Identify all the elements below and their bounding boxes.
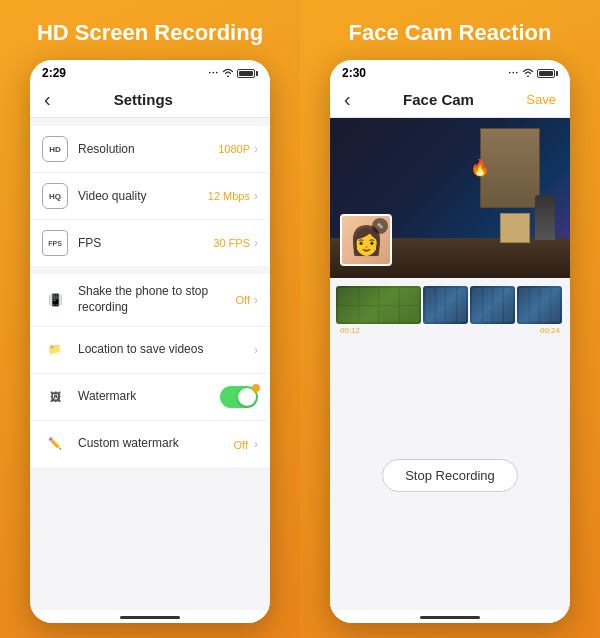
face-cam-content: 🔥 👩 ✎ [330,118,570,623]
left-nav-title: Settings [114,91,173,108]
video-area: 🔥 👩 ✎ [330,118,570,278]
face-cam-overlay[interactable]: 👩 ✎ [340,214,392,266]
right-wifi-icon [522,67,534,79]
right-nav-title: Face Cam [403,91,474,108]
custom-watermark-chevron-icon: › [254,437,258,451]
hd-icon: HD [42,136,68,162]
save-button[interactable]: Save [526,92,556,107]
timeline-section: 00:12 00:24 [330,278,570,341]
video-quality-chevron-icon: › [254,189,258,203]
clip-inner-1 [336,286,421,324]
timeline-labels: 00:12 00:24 [336,324,564,337]
signal-dots-icon: ··· [208,68,219,78]
home-indicator [120,616,180,619]
watermark-label: Watermark [78,389,220,405]
settings-row-custom-watermark[interactable]: ✏️ Custom watermark Off › [30,421,270,467]
left-panel-title: HD Screen Recording [37,20,263,46]
watermark-icon: 🖼 [42,384,68,410]
right-panel: Face Cam Reaction 2:30 ··· ‹ Face Cam Sa… [300,0,600,638]
settings-list: HD Resolution 1080P › HQ Video quality 1… [30,118,270,610]
right-back-button[interactable]: ‹ [344,88,351,111]
resolution-chevron-icon: › [254,142,258,156]
video-quality-value: 12 Mbps [208,190,250,202]
location-label: Location to save videos [78,342,254,358]
game-crate [500,213,530,243]
right-panel-title: Face Cam Reaction [349,20,552,46]
location-chevron-icon: › [254,343,258,357]
right-phone-bottom [330,610,570,623]
shake-icon: 📳 [42,287,68,313]
custom-watermark-value: Off [234,439,248,451]
resolution-label: Resolution [78,142,218,158]
custom-watermark-icon: ✏️ [42,431,68,457]
right-nav-bar: ‹ Face Cam Save [330,84,570,118]
right-home-indicator [420,616,480,619]
timeline-clip-3[interactable] [470,286,515,324]
timeline-strip [336,286,564,324]
settings-row-resolution[interactable]: HD Resolution 1080P › [30,126,270,173]
location-icon: 📁 [42,337,68,363]
timeline-label-end: 00:24 [540,326,560,335]
right-time: 2:30 [342,66,366,80]
timeline-clip-4[interactable] [517,286,562,324]
game-fire-icon: 🔥 [470,158,490,177]
left-nav-bar: ‹ Settings [30,84,270,118]
timeline-clip-2[interactable] [423,286,468,324]
left-back-button[interactable]: ‹ [44,88,51,111]
left-status-bar: 2:29 ··· [30,60,270,84]
right-battery-icon [537,69,558,78]
fps-label: FPS [78,236,213,252]
stop-btn-section: Stop Recording [330,341,570,610]
watermark-toggle-wrap[interactable] [220,386,258,408]
left-status-icons: ··· [208,67,258,79]
shake-value: Off [236,294,250,306]
shake-chevron-icon: › [254,293,258,307]
right-phone-frame: 2:30 ··· ‹ Face Cam Save [330,60,570,623]
fps-value: 30 FPS [213,237,250,249]
settings-group-misc: 📳 Shake the phone to stop recording Off … [30,274,270,466]
timeline-clip-1[interactable] [336,286,421,324]
fps-chevron-icon: › [254,236,258,250]
resolution-value: 1080P [218,143,250,155]
fps-icon: FPS [42,230,68,256]
game-character [535,195,555,240]
right-signal-dots-icon: ··· [508,68,519,78]
left-phone-bottom [30,610,270,623]
video-quality-label: Video quality [78,189,208,205]
settings-row-watermark[interactable]: 🖼 Watermark [30,374,270,421]
battery-icon [237,69,258,78]
custom-watermark-label: Custom watermark [78,436,234,452]
hq-icon: HQ [42,183,68,209]
settings-row-location[interactable]: 📁 Location to save videos › [30,327,270,374]
settings-row-fps[interactable]: FPS FPS 30 FPS › [30,220,270,266]
stop-recording-button[interactable]: Stop Recording [382,459,518,492]
wifi-icon [222,67,234,79]
settings-group-quality: HD Resolution 1080P › HQ Video quality 1… [30,126,270,266]
timeline-label-start: 00:12 [340,326,360,335]
custom-watermark-badge-wrap: Off [234,435,252,453]
left-panel: HD Screen Recording 2:29 ··· ‹ Settings [0,0,300,638]
right-status-bar: 2:30 ··· [330,60,570,84]
left-phone-frame: 2:29 ··· ‹ Settings HD [30,60,270,623]
left-time: 2:29 [42,66,66,80]
settings-row-shake[interactable]: 📳 Shake the phone to stop recording Off … [30,274,270,326]
right-status-icons: ··· [508,67,558,79]
settings-row-video-quality[interactable]: HQ Video quality 12 Mbps › [30,173,270,220]
watermark-badge [252,384,260,392]
shake-label: Shake the phone to stop recording [78,284,236,315]
